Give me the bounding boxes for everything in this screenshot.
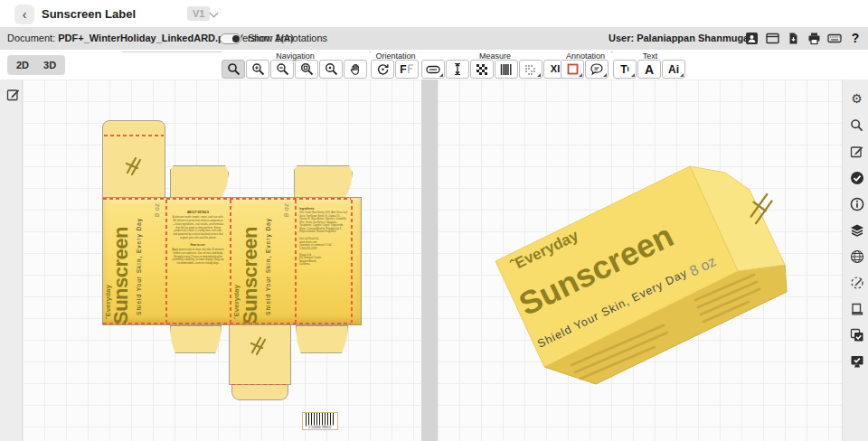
print-icon[interactable] [807, 31, 821, 45]
ingredients-body: Zinc Oxide (Non-Nano) 20%, Aloe Vera Lea… [299, 211, 348, 234]
measure-distance-button[interactable] [421, 60, 445, 79]
panel-size-text: 8 oz [153, 203, 161, 217]
address-line: California [299, 263, 348, 267]
info-icon[interactable] [849, 196, 864, 211]
dieline-dust-flap [170, 165, 229, 198]
fold-line [230, 200, 231, 323]
font-button[interactable]: A [637, 60, 661, 79]
box-3d-render: ˆEveryday Sunscreen Shield Your Skin, Ev… [438, 80, 842, 441]
search-icon[interactable] [849, 117, 864, 133]
viewer-app: ‹ Sunscreen Label V1 Document: PDF+_Wint… [0, 0, 868, 441]
rotate-view-button[interactable] [371, 60, 394, 79]
main-toolbar: 2D 3D Navigation Orientation F Measure [0, 50, 868, 80]
compare-check-icon[interactable] [849, 327, 864, 342]
howto-heading: How to use: [172, 243, 224, 246]
page-title: Sunscreen Label [42, 7, 136, 21]
mode-3d-button[interactable]: 3D [43, 60, 56, 70]
toggle-knob [232, 35, 240, 42]
workspace: ˆEveryday Sunscreen Shield Your Skin, Ev… [0, 80, 868, 441]
panel-title-text: Sunscreen [109, 227, 133, 324]
back-button[interactable]: ‹ [14, 5, 34, 24]
ingredients-panel: Ingredients: Zinc Oxide (Non-Nano) 20%, … [299, 207, 348, 266]
monitor-check-icon[interactable] [849, 353, 864, 369]
user-label: User: Palaniappan Shanmugam [609, 33, 758, 43]
dieline-main-body: ˆEveryday Sunscreen Shield Your Skin, Ev… [102, 197, 362, 325]
settings-gear-icon[interactable]: ⚙ [849, 90, 864, 106]
brand-logo-icon [249, 335, 269, 357]
mirror-view-button[interactable]: F [395, 60, 419, 79]
window-layout-icon[interactable] [765, 31, 779, 45]
pane-splitter[interactable] [421, 80, 438, 441]
fold-line [295, 200, 297, 323]
ingredients-heading: Ingredients: [299, 207, 348, 210]
dieline-dust-flap [170, 325, 222, 353]
dist-line: 1-800-555-0199 [299, 247, 348, 250]
fold-line [165, 200, 167, 323]
barcode: 0 123456 789012 [302, 412, 338, 430]
barcode-number: 0 123456 789012 [307, 426, 334, 429]
dieline-dust-flap [294, 165, 353, 198]
note-annotation-button[interactable] [585, 60, 609, 79]
screen-ruling-button[interactable] [470, 60, 494, 79]
zoom-actual-size-button[interactable] [319, 60, 343, 79]
barcode-check-button[interactable] [495, 60, 518, 79]
zoom-in-button[interactable] [246, 60, 269, 79]
left-tool-strip [0, 80, 23, 441]
chevron-down-icon[interactable] [210, 9, 219, 18]
fold-line [103, 198, 351, 200]
zoom-out-button[interactable] [270, 60, 294, 79]
show-annotations-label: Show Annotations [248, 33, 327, 43]
fold-line [103, 323, 351, 324]
fold-line [351, 200, 353, 323]
pages-icon[interactable] [849, 301, 864, 316]
panel-size-text: 8 oz [282, 203, 290, 217]
pan-hand-button[interactable] [344, 60, 367, 79]
approval-check-icon[interactable] [849, 170, 864, 185]
dieline-dust-flap [296, 325, 348, 353]
mode-switch: 2D 3D [7, 55, 65, 75]
show-annotations-toggle[interactable] [220, 33, 241, 44]
font-compare-button[interactable]: Ai [662, 60, 685, 79]
right-tool-strip: ⚙ [842, 80, 868, 441]
fold-line [104, 135, 164, 136]
version-badge[interactable]: V1 [187, 6, 210, 21]
braille-check-button[interactable] [519, 60, 542, 79]
export-file-icon[interactable] [786, 31, 800, 45]
dieline-canvas-2d[interactable]: ˆEveryday Sunscreen Shield Your Skin, Ev… [23, 80, 421, 441]
panel-title-text: Sunscreen [239, 227, 262, 324]
panel-tagline-text: Shield Your Skin, Every Day [265, 218, 271, 315]
mode-2d-button[interactable]: 2D [16, 60, 29, 70]
document-bar: Document: PDF+_WinterHoliday_LinkedARD.p… [0, 27, 868, 50]
rectangle-annotation-button[interactable] [561, 60, 584, 79]
title-bar: ‹ Sunscreen Label V1 [0, 0, 868, 27]
render-canvas-3d[interactable]: ˆEveryday Sunscreen Shield Your Skin, Ev… [438, 80, 842, 441]
about-body: A skincare made simple, smart, and sun-s… [172, 216, 224, 239]
layers-icon[interactable] [849, 222, 864, 238]
freehand-select-icon[interactable] [849, 275, 864, 290]
edit-annotation-icon[interactable] [849, 144, 864, 159]
panel-tagline-text: Shield Your Skin, Every Day [136, 218, 142, 315]
annotate-pen-icon[interactable] [5, 87, 21, 102]
document-filename: PDF+_WinterHoliday_LinkedARD.pdf [58, 33, 233, 43]
dieline-tuck-flap [231, 385, 288, 400]
about-panel: ABOUT DETAILS A skincare made simple, sm… [172, 211, 224, 265]
zoom-select-button[interactable] [222, 60, 245, 79]
about-heading: ABOUT DETAILS [172, 211, 224, 213]
howto-body: Apply generously to clean, dry skin 15 m… [172, 248, 224, 265]
avatar-icon[interactable] [744, 31, 759, 45]
text-properties-button[interactable]: TI [613, 60, 637, 79]
keyboard-shortcuts-icon[interactable] [827, 31, 842, 45]
zoom-fit-button[interactable] [295, 60, 318, 79]
measure-height-button[interactable] [446, 60, 469, 79]
help-icon[interactable]: ? [848, 31, 863, 45]
brand-logo-icon [124, 155, 144, 177]
globe-grid-icon[interactable] [849, 249, 864, 264]
